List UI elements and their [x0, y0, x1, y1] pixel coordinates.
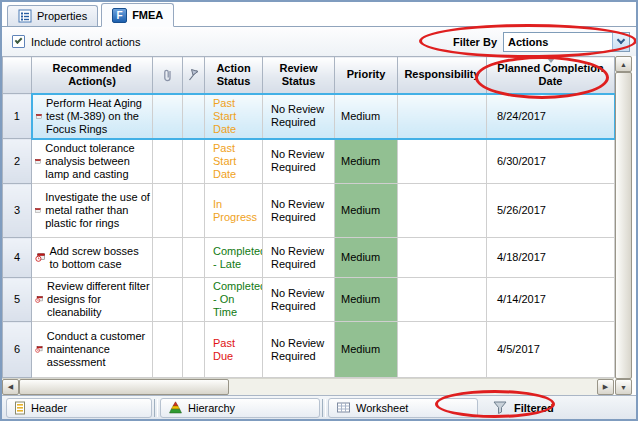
row-number[interactable]: 3	[3, 184, 32, 238]
table-row[interactable]: 3 Investigate the use of metal rather th…	[3, 184, 615, 238]
flag-icon	[187, 67, 200, 82]
col-header-recommended-actions[interactable]: Recommended Action(s)	[32, 57, 153, 94]
attachment-cell[interactable]	[153, 322, 183, 378]
responsibility-cell[interactable]	[398, 184, 487, 238]
recommended-action-text: Review different filter designs for clea…	[47, 280, 150, 319]
scroll-up-button[interactable]: ▲	[615, 56, 632, 72]
horizontal-scroll-track[interactable]	[229, 379, 597, 395]
review-status-cell[interactable]: No Review Required	[263, 139, 335, 184]
scroll-left-button[interactable]: ◀	[2, 379, 19, 395]
vertical-scroll-thumb[interactable]	[615, 72, 632, 379]
action-status-cell[interactable]: In Progress	[205, 184, 263, 238]
scroll-left-icon: ◀	[8, 383, 13, 391]
attachment-cell[interactable]	[153, 238, 183, 278]
row-number[interactable]: 4	[3, 238, 32, 278]
flag-cell[interactable]	[183, 238, 205, 278]
planned-date-cell[interactable]: 5/26/2017	[487, 184, 615, 238]
col-header-action-status[interactable]: Action Status	[205, 57, 263, 94]
tab-header-label: Header	[31, 402, 67, 414]
include-control-actions-label[interactable]: Include control actions	[31, 36, 140, 48]
planned-date-cell[interactable]: 8/24/2017	[487, 94, 615, 139]
flag-cell[interactable]	[183, 139, 205, 184]
review-status-cell[interactable]: No Review Required	[263, 184, 335, 238]
table-row[interactable]: 6 Conduct a customer maintenance assessm…	[3, 322, 615, 378]
action-status-cell[interactable]: Past Start Date	[205, 94, 263, 139]
planned-date-cell[interactable]: 4/18/2017	[487, 238, 615, 278]
row-number[interactable]: 1	[3, 94, 32, 139]
scroll-up-icon: ▲	[620, 61, 627, 68]
horizontal-scrollbar[interactable]: ◀ ▶	[2, 378, 614, 395]
horizontal-scroll-thumb[interactable]	[19, 379, 229, 395]
tab-fmea-label: FMEA	[132, 9, 163, 21]
action-status-cell[interactable]: Completed - Late	[205, 238, 263, 278]
priority-cell[interactable]: Medium	[335, 94, 398, 139]
tab-worksheet-view[interactable]: Worksheet	[328, 398, 478, 418]
filter-by-dropdown[interactable]: Actions	[503, 32, 630, 52]
review-status-cell[interactable]: No Review Required	[263, 278, 335, 322]
planned-date-cell[interactable]: 4/14/2017	[487, 278, 615, 322]
dropdown-button[interactable]	[612, 33, 629, 51]
filter-by-value[interactable]: Actions	[504, 36, 612, 48]
calendar-clock-icon	[35, 292, 43, 307]
filtered-status[interactable]: Filtered	[492, 400, 554, 415]
col-header-planned-completion-date[interactable]: Planned Completion Date	[487, 57, 615, 94]
include-control-actions-checkbox[interactable]	[12, 35, 25, 48]
priority-cell[interactable]: Medium	[335, 278, 398, 322]
recommended-action-text: Add screw bosses to bottom case	[49, 245, 150, 271]
scroll-down-icon: ▼	[620, 384, 627, 391]
responsibility-cell[interactable]	[398, 278, 487, 322]
attachment-cell[interactable]	[153, 278, 183, 322]
properties-icon	[18, 9, 32, 23]
tab-header-view[interactable]: Header	[6, 398, 152, 418]
table-row[interactable]: 1 Perform Heat Aging test (M-389) on the…	[3, 94, 615, 139]
review-status-cell[interactable]: No Review Required	[263, 322, 335, 378]
review-status-cell[interactable]: No Review Required	[263, 238, 335, 278]
recommended-action-text: Perform Heat Aging test (M-389) on the F…	[46, 97, 150, 136]
flag-cell[interactable]	[183, 94, 205, 139]
attachment-cell[interactable]	[153, 184, 183, 238]
planned-date-cell[interactable]: 4/5/2017	[487, 322, 615, 378]
table-row[interactable]: 2 Conduct tolerance analysis between lam…	[3, 139, 615, 184]
paperclip-icon	[161, 67, 174, 83]
tab-hierarchy-view[interactable]: Hierarchy	[160, 398, 320, 418]
responsibility-cell[interactable]	[398, 94, 487, 139]
responsibility-cell[interactable]	[398, 238, 487, 278]
action-status-cell[interactable]: Past Due	[205, 322, 263, 378]
action-status-cell[interactable]: Completed - On Time	[205, 278, 263, 322]
col-header-attachment[interactable]	[153, 57, 183, 94]
col-header-priority[interactable]: Priority	[335, 57, 398, 94]
fmea-window: Properties F FMEA Include control action…	[0, 0, 638, 421]
priority-cell[interactable]: Medium	[335, 184, 398, 238]
row-number[interactable]: 6	[3, 322, 32, 378]
filter-funnel-icon	[492, 400, 508, 415]
calendar-clock-icon	[35, 250, 45, 265]
flag-cell[interactable]	[183, 278, 205, 322]
table-row[interactable]: 5 Review different filter designs for cl…	[3, 278, 615, 322]
col-header-review-status[interactable]: Review Status	[263, 57, 335, 94]
col-header-responsibility[interactable]: Responsibility	[398, 57, 487, 94]
responsibility-cell[interactable]	[398, 322, 487, 378]
priority-cell[interactable]: Medium	[335, 238, 398, 278]
tab-fmea[interactable]: F FMEA	[101, 3, 174, 27]
row-number[interactable]: 2	[3, 139, 32, 184]
col-header-flag[interactable]	[183, 57, 205, 94]
row-number[interactable]: 5	[3, 278, 32, 322]
scroll-down-button[interactable]: ▼	[615, 379, 632, 395]
recommended-action-text: Conduct a customer maintenance assessmen…	[47, 330, 150, 369]
flag-cell[interactable]	[183, 184, 205, 238]
priority-cell[interactable]: Medium	[335, 139, 398, 184]
attachment-cell[interactable]	[153, 139, 183, 184]
scroll-right-button[interactable]: ▶	[597, 379, 614, 395]
action-status-cell[interactable]: Past Start Date	[205, 139, 263, 184]
attachment-cell[interactable]	[153, 94, 183, 139]
tab-properties-label: Properties	[37, 10, 87, 22]
table-row[interactable]: 4 Add screw bosses to bottom case Comple…	[3, 238, 615, 278]
tab-properties[interactable]: Properties	[7, 5, 98, 26]
vertical-scrollbar[interactable]: ▲ ▼	[615, 56, 632, 395]
priority-cell[interactable]: Medium	[335, 322, 398, 378]
flag-cell[interactable]	[183, 322, 205, 378]
calendar-icon	[35, 154, 41, 169]
planned-date-cell[interactable]: 6/30/2017	[487, 139, 615, 184]
review-status-cell[interactable]: No Review Required	[263, 94, 335, 139]
responsibility-cell[interactable]	[398, 139, 487, 184]
